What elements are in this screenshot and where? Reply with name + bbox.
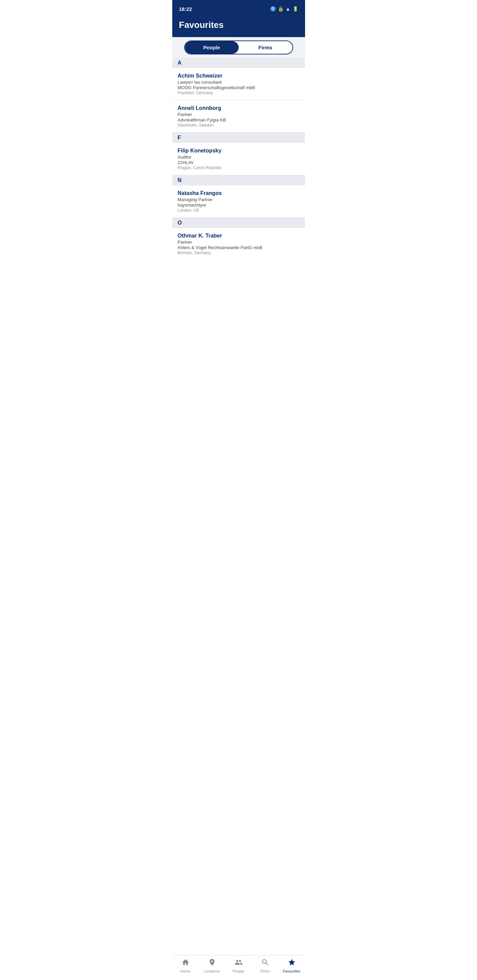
main-content: A Achim Schweizer Lawyer/ tax consultant… [172, 58, 305, 287]
vpn-icon: 🔒 [278, 6, 284, 11]
person-name: Filip Konetopsky [178, 148, 300, 154]
section-letter: A [178, 60, 182, 66]
nav-firms[interactable]: Firms [255, 958, 276, 973]
nav-people[interactable]: People [228, 958, 249, 973]
tab-group: People Firms [184, 40, 293, 54]
nav-favourites[interactable]: Favourites [282, 958, 302, 973]
google-icon: G [270, 6, 276, 11]
section-header-o: O [172, 218, 305, 228]
person-location: Stockholm, Sweden [178, 123, 300, 127]
person-location: Prague, Czech Republic [178, 165, 300, 170]
status-bar: 18:22 G 🔒 ▲ 🔋 [172, 0, 305, 16]
section-header-n: N [172, 175, 305, 185]
person-name: Othmar K. Traber [178, 233, 300, 239]
person-location: Frankfurt, Germany [178, 91, 300, 95]
home-icon [182, 958, 190, 968]
person-list-item[interactable]: Achim Schweizer Lawyer/ tax consultant M… [172, 68, 305, 100]
tab-people[interactable]: People [185, 41, 239, 54]
person-firm: Ahlers & Vogel Rechtsanwaelte PartG mbB [178, 245, 300, 250]
wifi-icon: ▲ [286, 6, 290, 11]
person-name: Anneli Lonnborg [178, 105, 300, 111]
tab-container: People Firms [172, 37, 305, 58]
bottom-nav: Home Locations People Firms Favourites [172, 955, 305, 980]
nav-home[interactable]: Home [175, 958, 196, 973]
person-firm: Advokatfirman Fylgia KB [178, 118, 300, 123]
person-role: Auditor [178, 154, 300, 159]
people-icon [235, 958, 243, 968]
person-list-item[interactable]: Filip Konetopsky Auditor 22HLAV Prague, … [172, 143, 305, 175]
person-role: Partner [178, 240, 300, 245]
person-name: Natasha Frangos [178, 190, 300, 196]
firms-icon [261, 958, 269, 968]
person-firm: 22HLAV [178, 160, 300, 165]
person-firm: haysmacintyre [178, 202, 300, 208]
nav-locations[interactable]: Locations [202, 958, 222, 973]
section-header-f: F [172, 133, 305, 143]
person-location: London, UK [178, 208, 300, 213]
section-header-a: A [172, 58, 305, 68]
section-letter: O [178, 220, 182, 226]
person-list-item[interactable]: Natasha Frangos Managing Partner haysmac… [172, 185, 305, 218]
favourites-icon [288, 958, 296, 968]
person-role: Partner [178, 112, 300, 117]
header: Favourites [172, 16, 305, 37]
nav-firms-label: Firms [260, 969, 270, 973]
nav-home-label: Home [180, 969, 190, 973]
person-role: Managing Partner [178, 197, 300, 202]
person-list-item[interactable]: Othmar K. Traber Partner Ahlers & Vogel … [172, 228, 305, 260]
nav-people-label: People [233, 969, 244, 973]
person-role: Lawyer/ tax consultant [178, 80, 300, 85]
tab-firms[interactable]: Firms [239, 41, 292, 54]
locations-icon [208, 958, 216, 968]
person-list-item[interactable]: Anneli Lonnborg Partner Advokatfirman Fy… [172, 100, 305, 133]
page-title: Favourites [179, 20, 298, 30]
battery-icon: 🔋 [292, 6, 298, 11]
person-firm: MOOG Partnerschaftsgesellschaft mbB [178, 85, 300, 90]
status-time: 18:22 [179, 6, 192, 12]
status-icons: G 🔒 ▲ 🔋 [270, 6, 298, 11]
section-letter: N [178, 177, 182, 183]
person-location: Bremen, Germany [178, 250, 300, 255]
person-name: Achim Schweizer [178, 73, 300, 79]
nav-favourites-label: Favourites [283, 969, 300, 973]
nav-locations-label: Locations [204, 969, 220, 973]
section-letter: F [178, 135, 181, 140]
